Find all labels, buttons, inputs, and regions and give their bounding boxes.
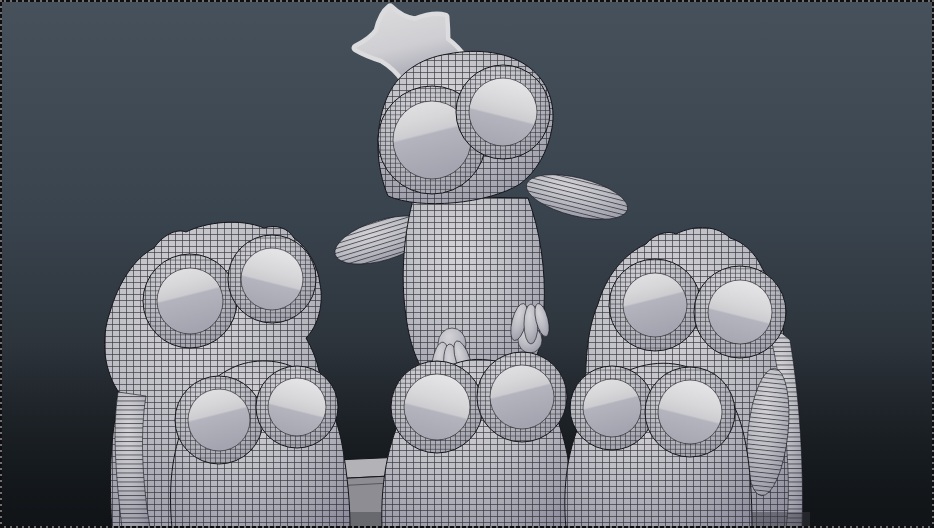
front-left-bird[interactable] <box>171 361 351 528</box>
eyeball <box>583 379 641 437</box>
eyeball <box>404 374 470 440</box>
scene-canvas <box>0 0 934 528</box>
eyeball <box>268 378 326 436</box>
eyeball <box>188 389 250 451</box>
eyeball <box>658 380 722 444</box>
3d-viewport[interactable] <box>0 0 934 528</box>
eyeball <box>623 273 687 337</box>
eyeball <box>157 268 223 334</box>
eyeball <box>241 248 303 310</box>
eyeball <box>469 78 537 146</box>
eyeball <box>490 365 554 429</box>
eyeball <box>708 280 772 344</box>
front-center-bird[interactable] <box>382 352 574 528</box>
